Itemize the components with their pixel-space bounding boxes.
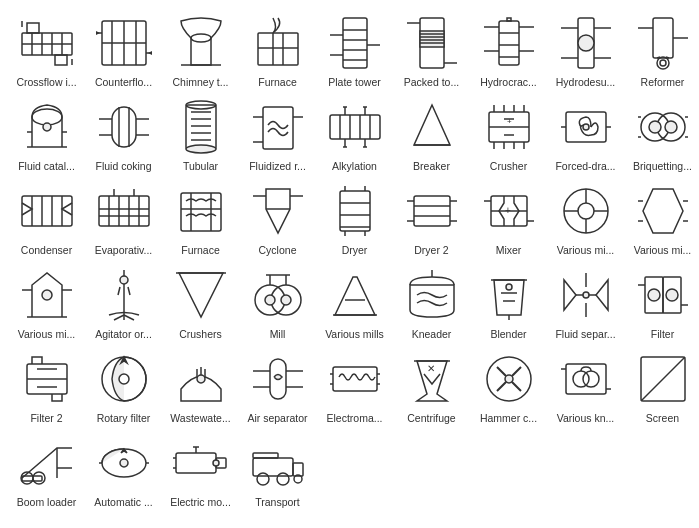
svg-rect-49 [653, 18, 673, 58]
furnace-item[interactable]: Furnace [239, 8, 316, 90]
boom-loader-item[interactable]: Boom loader [8, 428, 85, 510]
svg-point-179 [197, 375, 205, 383]
fluid-catalytic-item[interactable]: Fluid catal... [8, 92, 85, 174]
fluid-separator-item[interactable]: Fluid separ... [547, 260, 624, 342]
hammer-crusher-item[interactable]: Hammer c... [470, 344, 547, 426]
automatic-item[interactable]: Automatic ... [85, 428, 162, 510]
reformer-item[interactable]: Reformer [624, 8, 699, 90]
hammer-crusher-icon [478, 348, 540, 410]
screen-label: Screen [626, 412, 699, 424]
condenser-item[interactable]: Condenser [8, 176, 85, 258]
various-mills4-icon [324, 264, 386, 326]
svg-rect-220 [253, 458, 293, 476]
packed-tower-item[interactable]: Packed to... [393, 8, 470, 90]
svg-point-223 [277, 473, 289, 485]
furnace2-label: Furnace [164, 244, 237, 256]
svg-rect-206 [22, 476, 42, 481]
hydrodesulf-icon [555, 12, 617, 74]
rotary-filter-item[interactable]: Rotary filter [85, 344, 162, 426]
filter2-item[interactable]: Filter 2 [8, 344, 85, 426]
wastewater-item[interactable]: Wastewate... [162, 344, 239, 426]
various-mills4-item[interactable]: Various mills [316, 260, 393, 342]
mill-item[interactable]: Mill [239, 260, 316, 342]
plate-tower-item[interactable]: Plate tower [316, 8, 393, 90]
forced-draft-label: Forced-dra... [549, 160, 622, 172]
hydrodesulf-label: Hydrodesu... [549, 76, 622, 88]
svg-point-51 [660, 60, 666, 66]
svg-point-50 [657, 57, 669, 69]
agitator-label: Agitator or... [87, 328, 160, 340]
kneader-label: Kneader [395, 328, 468, 340]
svg-point-153 [281, 295, 291, 305]
svg-rect-61 [112, 107, 136, 147]
forced-draft-icon [555, 96, 617, 158]
evaporative-item[interactable]: Evaporativ... [85, 176, 162, 258]
chimney-item[interactable]: Chimney t... [162, 8, 239, 90]
dryer-icon [324, 180, 386, 242]
furnace-label: Furnace [241, 76, 314, 88]
tubular-icon [170, 96, 232, 158]
svg-rect-80 [330, 115, 380, 139]
various-mills1-item[interactable]: Various mi... [547, 176, 624, 258]
screen-item[interactable]: Screen [624, 344, 699, 426]
svg-rect-213 [176, 453, 216, 473]
crusher-item[interactable]: + Crusher [470, 92, 547, 174]
svg-point-198 [573, 371, 589, 387]
counterflow-item[interactable]: Counterflo... [85, 8, 162, 90]
hydrocracker-label: Hydrocrac... [472, 76, 545, 88]
mixer-label: Mixer [472, 244, 545, 256]
various-mills1-icon [555, 180, 617, 242]
mixer-item[interactable]: + Mixer [470, 176, 547, 258]
hydrocracker-item[interactable]: Hydrocrac... [470, 8, 547, 90]
svg-rect-6 [27, 23, 39, 33]
alkylation-item[interactable]: Alkylation [316, 92, 393, 174]
svg-point-134 [578, 203, 594, 219]
air-separator-item[interactable]: Air separator [239, 344, 316, 426]
transport-item[interactable]: Transport [239, 428, 316, 510]
svg-rect-35 [499, 21, 519, 65]
fluidized-label: Fluidized r... [241, 160, 314, 172]
dryer2-item[interactable]: Dryer 2 [393, 176, 470, 258]
svg-point-14 [191, 34, 211, 42]
kneader-item[interactable]: Kneader [393, 260, 470, 342]
forced-draft-item[interactable]: Forced-dra... [547, 92, 624, 174]
svg-text:+: + [507, 117, 512, 126]
air-separator-label: Air separator [241, 412, 314, 424]
fluid-coking-item[interactable]: Fluid coking [85, 92, 162, 174]
filter-item[interactable]: Filter [624, 260, 699, 342]
fluid-catalytic-icon [16, 96, 78, 158]
agitator-item[interactable]: Agitator or... [85, 260, 162, 342]
briquetting-item[interactable]: Briquetting... [624, 92, 699, 174]
svg-point-161 [506, 284, 512, 290]
blender-item[interactable]: Blender [470, 260, 547, 342]
dryer-item[interactable]: Dryer [316, 176, 393, 258]
evaporative-label: Evaporativ... [87, 244, 160, 256]
automatic-icon [93, 432, 155, 494]
hydrodesulf-item[interactable]: Hydrodesu... [547, 8, 624, 90]
fluidized-item[interactable]: Fluidized r... [239, 92, 316, 174]
various-mills2-item[interactable]: Various mi... [624, 176, 699, 258]
tubular-item[interactable]: Tubular [162, 92, 239, 174]
electromagnetic-item[interactable]: Electroma... [316, 344, 393, 426]
various-mills4-label: Various mills [318, 328, 391, 340]
crossflow-item[interactable]: Crossflow i... [8, 8, 85, 90]
electromagnetic-label: Electroma... [318, 412, 391, 424]
various-mills3-item[interactable]: Various mi... [8, 260, 85, 342]
transport-icon [247, 432, 309, 494]
cyclone-item[interactable]: Cyclone [239, 176, 316, 258]
breaker-item[interactable]: Breaker [393, 92, 470, 174]
centrifuge-label: Centrifuge [395, 412, 468, 424]
svg-text:+: + [505, 205, 511, 216]
svg-rect-221 [293, 463, 303, 476]
svg-point-222 [257, 473, 269, 485]
crushers-label: Crushers [164, 328, 237, 340]
svg-point-199 [583, 371, 599, 387]
crushers-item[interactable]: Crushers [162, 260, 239, 342]
svg-point-164 [583, 292, 589, 298]
electric-motor-item[interactable]: Electric mo... [162, 428, 239, 510]
centrifuge-item[interactable]: ✕ Centrifuge [393, 344, 470, 426]
furnace2-item[interactable]: Furnace [162, 176, 239, 258]
crushers-icon [170, 264, 232, 326]
packed-tower-icon [401, 12, 463, 74]
various-kneader-item[interactable]: Various kn... [547, 344, 624, 426]
